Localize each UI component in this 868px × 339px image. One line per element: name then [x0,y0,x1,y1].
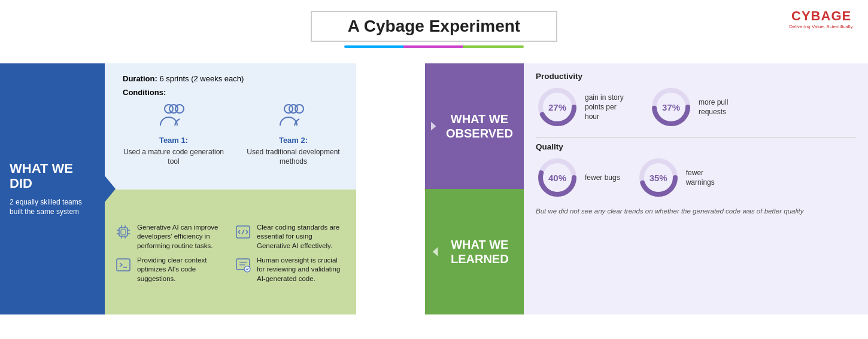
page-wrapper: A Cybage Experiment CYBAGE Delivering Va… [0,0,868,339]
team1-icon [123,103,224,133]
learned-item-1: Generative AI can improve developers' ef… [116,223,226,251]
svg-marker-25 [433,247,438,256]
chip-icon [116,224,132,243]
quality-stats-row: 40% fewer bugs 35% fewer warnings [536,156,856,199]
stats-divider [536,137,856,138]
team2-name: Team 2: [242,136,344,145]
donut-37: 37% [650,85,693,129]
learned-title: WHAT WE LEARNED [442,237,518,266]
stat-40-label: 40% [548,173,566,183]
stat-40-item: 40% fewer bugs [536,156,620,199]
header: A Cybage Experiment CYBAGE Delivering Va… [0,0,868,54]
stat-37-item: 37% more pull requests [650,85,746,129]
stat-35-item: 35% fewer warnings [637,156,734,199]
team1-desc: Used a mature code generation tool [123,147,224,166]
stats-column: Productivity 27% gain in story points pe… [524,63,868,314]
donut-35: 35% [637,156,680,199]
svg-rect-6 [119,228,128,236]
what-we-did-column: WHAT WE DID 2 equally skilled teams buil… [0,63,105,314]
observed-arrow-icon [431,118,438,135]
svg-rect-7 [121,230,126,234]
learned-text-2: Clear coding standards are essential for… [257,223,345,251]
team2-icon [242,103,344,133]
quality-title: Quality [536,142,856,151]
learned-text-1: Generative AI can improve developers' ef… [137,223,226,251]
stat-40-desc: fewer bugs [585,173,620,182]
conditions-section: Duration: 6 sprints (2 weeks each) Condi… [105,63,356,190]
code-icon [235,224,252,243]
stat-27-item: 27% gain in story points per hour [536,85,633,129]
svg-marker-24 [431,122,436,130]
main-content: WHAT WE DID 2 equally skilled teams buil… [0,63,868,314]
team1-block: Team 1: Used a mature code generation to… [123,103,224,166]
duration-label: Duration: [123,74,157,83]
terminal-icon [116,257,132,276]
learned-text-4: Human oversight is crucial for reviewing… [257,256,345,284]
team2-desc: Used traditional development methods [242,147,344,166]
learned-section: WHAT WE LEARNED [425,189,524,314]
svg-line-17 [242,230,244,234]
donut-40: 40% [536,156,579,199]
duration-value: 6 sprints (2 weeks each) [159,74,244,83]
productivity-title: Productivity [536,72,856,81]
conditions-teams: Team 1: Used a mature code generation to… [123,103,344,166]
header-underline [344,45,524,48]
page-title: A Cybage Experiment [311,11,557,42]
learned-item-3: Providing clear context optimizes AI's c… [116,256,226,284]
logo: CYBAGE Delivering Value. Scientifically. [789,8,854,29]
arrow-right-icon [105,176,116,202]
observed-learned-column: WHAT WE OBSERVED WHAT WE LEARNED [425,63,524,314]
observed-title: WHAT WE OBSERVED [441,112,518,141]
stat-37-label: 37% [662,102,680,112]
stat-37-desc: more pull requests [699,97,746,117]
stat-35-desc: fewer warnings [686,168,734,187]
stat-27-label: 27% [548,102,566,112]
donut-27: 27% [536,85,579,129]
learned-item-2: Clear coding standards are essential for… [235,223,345,251]
review-icon [235,257,252,276]
observed-section: WHAT WE OBSERVED [425,63,524,189]
learned-arrow-icon [431,243,438,260]
team2-block: Team 2: Used traditional development met… [242,103,344,166]
conditions-duration: Duration: 6 sprints (2 weeks each) [123,74,344,83]
productivity-stats-row: 27% gain in story points per hour 37% mo… [536,85,856,129]
conditions-label: Conditions: [123,88,344,97]
learned-text-3: Providing clear context optimizes AI's c… [137,256,226,284]
svg-point-21 [244,266,250,272]
learned-items-grid: Generative AI can improve developers' ef… [116,223,345,283]
stat-27-desc: gain in story points per hour [585,93,633,122]
team1-name: Team 1: [123,136,224,145]
learned-item-4: Human oversight is crucial for reviewing… [235,256,345,284]
svg-rect-18 [117,259,130,271]
learned-items-section: Generative AI can improve developers' ef… [105,190,356,314]
stat-35-label: 35% [650,173,667,183]
middle-column: Duration: 6 sprints (2 weeks each) Condi… [105,63,425,314]
stats-note: But we did not see any clear trends on w… [536,206,856,216]
what-we-did-desc: 2 equally skilled teams built the same s… [10,197,95,218]
what-we-did-title: WHAT WE DID [10,161,95,191]
